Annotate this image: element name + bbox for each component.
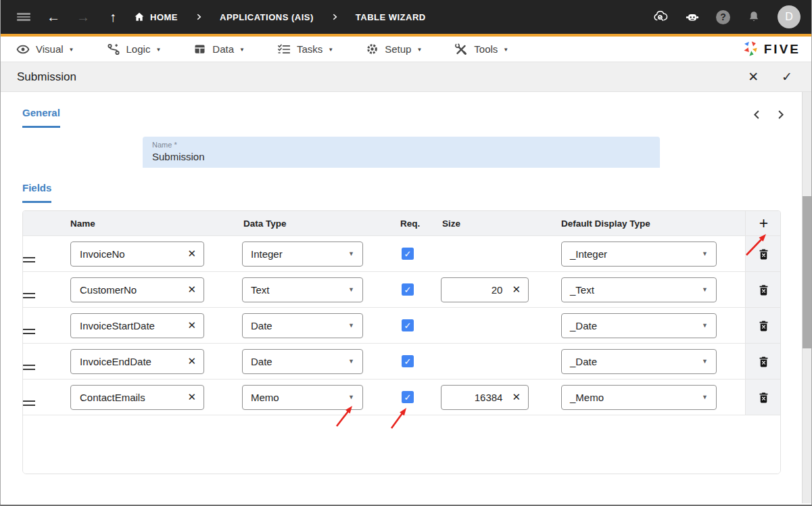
data-type-select[interactable]: Integer▼	[242, 242, 363, 267]
menu-hamburger-icon[interactable]	[16, 9, 32, 25]
menu-data-label: Data	[212, 43, 234, 55]
caret-down-icon: ▼	[156, 47, 161, 53]
name-field[interactable]: Name * Submission	[143, 137, 660, 168]
caret-down-icon: ▼	[328, 47, 333, 53]
caret-down-icon: ▼	[702, 394, 708, 400]
caret-down-icon: ▼	[69, 47, 74, 53]
delete-row-button[interactable]	[757, 283, 770, 296]
drag-handle-icon[interactable]	[23, 400, 69, 406]
field-name-input[interactable]: ContactEmails✕	[70, 385, 204, 410]
delete-row-button[interactable]	[757, 248, 770, 260]
tools-wrench-icon	[454, 42, 469, 57]
delete-row-button[interactable]	[757, 391, 770, 404]
col-header-name: Name	[69, 218, 239, 229]
default-display-type-select[interactable]: _Text▼	[561, 277, 717, 302]
scrollbar-thumb[interactable]	[803, 196, 811, 348]
clear-icon[interactable]: ✕	[187, 391, 196, 403]
breadcrumb-applications[interactable]: APPLICATIONS (AIS)	[220, 12, 314, 22]
data-type-select[interactable]: Date▼	[242, 349, 363, 374]
form-content: General Name * Submission Fields Name D	[1, 92, 811, 505]
help-icon[interactable]: ?	[716, 10, 730, 24]
user-avatar[interactable]: D	[778, 5, 801, 28]
gear-icon	[365, 42, 379, 56]
checklist-icon	[277, 42, 291, 57]
assistant-bot-icon[interactable]	[684, 9, 700, 25]
size-input[interactable]: 16384✕	[441, 385, 529, 410]
table-row: InvoiceStartDate✕ Date▼ ✓ _Date▼	[23, 307, 780, 343]
top-bar: ← → ↑ HOME APPLICATIONS (AIS) TABLE WIZA…	[1, 0, 811, 34]
cloud-search-icon[interactable]	[652, 9, 669, 25]
menu-visual[interactable]: Visual ▼	[16, 42, 74, 57]
caret-down-icon: ▼	[702, 358, 708, 365]
delete-row-button[interactable]	[757, 319, 770, 332]
drag-handle-icon[interactable]	[23, 293, 69, 298]
save-button[interactable]: ✓	[782, 70, 792, 83]
drag-handle-icon[interactable]	[23, 329, 69, 334]
prev-record-button[interactable]	[750, 108, 763, 121]
cancel-button[interactable]: ✕	[748, 70, 759, 83]
field-name-input[interactable]: InvoiceEndDate✕	[70, 349, 204, 374]
default-display-type-select[interactable]: _Date▼	[561, 313, 717, 338]
menu-logic[interactable]: Logic ▼	[106, 42, 162, 57]
required-checkbox[interactable]: ✓	[402, 319, 414, 331]
breadcrumb-table-wizard[interactable]: TABLE WIZARD	[356, 12, 426, 22]
menu-tools[interactable]: Tools ▼	[454, 42, 508, 57]
menu-tools-label: Tools	[474, 43, 498, 55]
breadcrumb-home-label: HOME	[150, 12, 178, 22]
add-field-button[interactable]: +	[759, 216, 768, 231]
default-display-type-select[interactable]: _Integer▼	[561, 242, 717, 267]
menu-data[interactable]: Data ▼	[193, 42, 245, 56]
up-arrow-icon[interactable]: ↑	[105, 9, 121, 25]
five-logo: FIVE	[741, 40, 801, 58]
delete-row-button[interactable]	[757, 355, 770, 368]
clear-icon[interactable]: ✕	[187, 283, 196, 296]
vertical-scrollbar[interactable]	[802, 92, 811, 503]
clear-icon[interactable]: ✕	[187, 355, 196, 367]
clear-icon[interactable]: ✕	[187, 319, 196, 331]
menu-bar: Visual ▼ Logic ▼ Data ▼	[1, 37, 811, 62]
menu-setup[interactable]: Setup ▼	[365, 42, 422, 56]
default-display-type-select[interactable]: _Memo▼	[561, 385, 717, 410]
chevron-right-icon	[330, 12, 339, 22]
caret-down-icon: ▼	[702, 286, 708, 293]
table-row: InvoiceEndDate✕ Date▼ ✓ _Date▼	[23, 343, 780, 379]
caret-down-icon: ▼	[348, 322, 354, 329]
size-input[interactable]: 20✕	[441, 277, 529, 302]
menu-visual-label: Visual	[36, 43, 64, 55]
col-header-default-display-type: Default Display Type	[556, 218, 745, 229]
drag-handle-icon[interactable]	[23, 365, 69, 370]
data-type-select[interactable]: Date▼	[242, 313, 363, 338]
clear-icon[interactable]: ✕	[512, 283, 521, 296]
caret-down-icon: ▼	[348, 250, 354, 257]
field-name-input[interactable]: InvoiceStartDate✕	[70, 313, 204, 338]
clear-icon[interactable]: ✕	[512, 391, 521, 403]
app-window: ← → ↑ HOME APPLICATIONS (AIS) TABLE WIZA…	[0, 0, 812, 506]
table-row: CustomerNo✕ Text▼ ✓ 20✕ _Text▼	[23, 271, 780, 307]
table-grid-icon	[193, 42, 207, 56]
table-header-row: Name Data Type Req. Size Default Display…	[23, 211, 780, 235]
menu-tasks[interactable]: Tasks ▼	[277, 42, 333, 57]
forward-arrow-icon[interactable]: →	[75, 9, 91, 25]
chevron-right-icon	[194, 12, 204, 22]
data-type-select[interactable]: Text▼	[242, 277, 363, 302]
tab-general[interactable]: General	[22, 107, 60, 128]
next-record-button[interactable]	[774, 108, 787, 121]
tab-fields[interactable]: Fields	[22, 182, 51, 203]
clear-icon[interactable]: ✕	[187, 248, 196, 260]
drag-handle-icon[interactable]	[23, 257, 69, 262]
back-arrow-icon[interactable]: ←	[45, 9, 62, 25]
required-checkbox[interactable]: ✓	[402, 283, 414, 296]
required-checkbox[interactable]: ✓	[402, 248, 414, 260]
data-type-select[interactable]: Memo▼	[242, 385, 363, 410]
required-checkbox[interactable]: ✓	[402, 355, 414, 367]
caret-down-icon: ▼	[503, 47, 508, 53]
notifications-bell-icon[interactable]	[746, 9, 762, 25]
breadcrumb: HOME APPLICATIONS (AIS) TABLE WIZARD	[133, 11, 426, 23]
field-name-input[interactable]: CustomerNo✕	[70, 277, 204, 302]
brand-name: FIVE	[764, 42, 801, 57]
required-checkbox[interactable]: ✓	[402, 391, 414, 403]
field-name-input[interactable]: InvoiceNo✕	[70, 242, 204, 267]
menu-logic-label: Logic	[126, 43, 151, 55]
default-display-type-select[interactable]: _Date▼	[561, 349, 717, 374]
breadcrumb-home[interactable]: HOME	[133, 11, 178, 23]
